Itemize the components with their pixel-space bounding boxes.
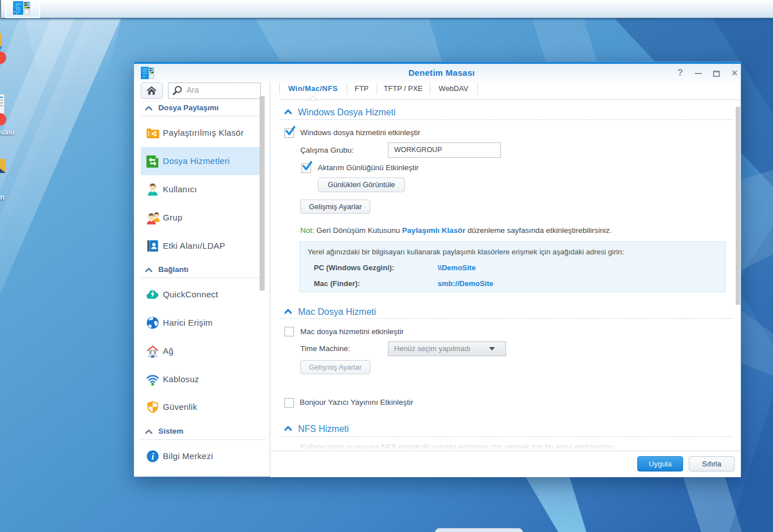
svg-text:i: i	[152, 451, 154, 462]
